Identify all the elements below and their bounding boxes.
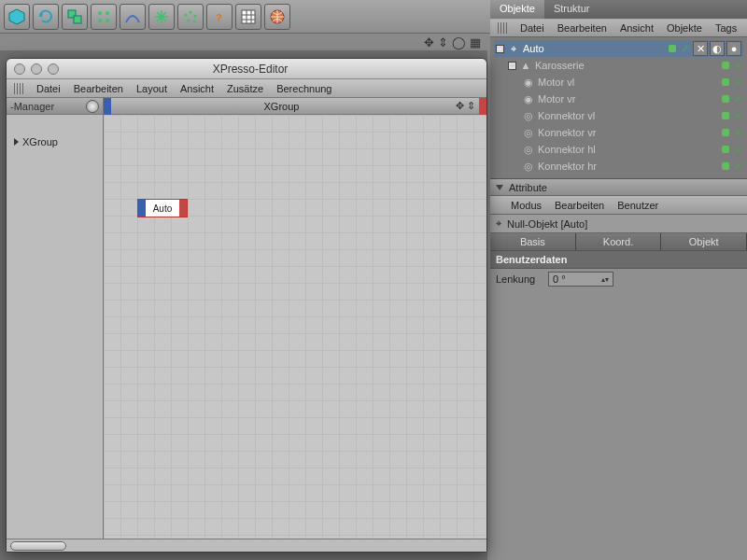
node-output-port[interactable] bbox=[179, 200, 187, 217]
vis-dot[interactable] bbox=[722, 129, 729, 136]
check-icon[interactable]: ✓ bbox=[734, 59, 743, 72]
close-icon[interactable] bbox=[14, 63, 25, 75]
vis-dot[interactable] bbox=[722, 146, 729, 153]
tree-root[interactable]: − ⌖ Auto ✓ ✕ ◐ ● bbox=[494, 40, 743, 57]
xmenu-zusaetze[interactable]: Zusätze bbox=[227, 83, 263, 94]
vis-dot[interactable] bbox=[722, 62, 729, 69]
tool-cubegroup-icon[interactable] bbox=[62, 4, 88, 30]
tree-label[interactable]: Konnektor vl bbox=[538, 110, 717, 121]
tree-label[interactable]: Konnektor hl bbox=[538, 144, 717, 155]
tool-particles-icon[interactable] bbox=[177, 4, 204, 30]
attr-menu-bearbeiten[interactable]: Bearbeiten bbox=[555, 200, 604, 211]
nav-move-icon[interactable]: ✥ bbox=[424, 35, 434, 49]
collapse-arrow-icon[interactable] bbox=[496, 185, 503, 190]
check-icon[interactable]: ✓ bbox=[681, 42, 690, 55]
menu-ansicht[interactable]: Ansicht bbox=[620, 22, 654, 34]
xpresso-scrollbar[interactable] bbox=[7, 539, 486, 552]
scrollbar-thumb[interactable] bbox=[10, 541, 66, 551]
tool-deformer-icon[interactable] bbox=[120, 4, 146, 30]
xcanvas-title: XGroup bbox=[111, 101, 452, 112]
tab-structure[interactable]: Struktur bbox=[544, 0, 599, 19]
tree-label[interactable]: Auto bbox=[523, 43, 664, 54]
xpresso-body: -Manager XGroup XGroup ✥ ⇕ bbox=[7, 98, 486, 539]
tab-objects[interactable]: Objekte bbox=[490, 0, 544, 19]
attr-tab-basis[interactable]: Basis bbox=[490, 233, 576, 250]
tool-spreadsheet-icon[interactable] bbox=[235, 4, 261, 30]
xmgr-knob-icon[interactable] bbox=[86, 100, 99, 113]
xmenu-layout[interactable]: Layout bbox=[136, 83, 167, 94]
vis-dot[interactable] bbox=[722, 78, 729, 86]
attr-tab-objekt[interactable]: Objekt bbox=[661, 233, 747, 250]
tool-array-icon[interactable] bbox=[91, 4, 117, 30]
vis-dot[interactable] bbox=[722, 112, 729, 119]
tool-cube-icon[interactable] bbox=[4, 4, 30, 30]
tag-xpresso-icon[interactable]: ✕ bbox=[693, 41, 708, 56]
tag-dyn-icon[interactable]: ● bbox=[726, 41, 741, 56]
expander-icon[interactable]: − bbox=[496, 45, 504, 53]
nav-down-icon[interactable]: ⇕ bbox=[438, 35, 448, 49]
xpresso-canvas[interactable]: Auto bbox=[104, 115, 486, 539]
tree-label[interactable]: Motor vr bbox=[538, 93, 717, 105]
menu-bearbeiten[interactable]: Bearbeiten bbox=[557, 22, 607, 34]
vis-dot[interactable] bbox=[722, 162, 729, 170]
null-icon: ⌖ bbox=[496, 217, 501, 230]
attr-value-field[interactable]: 0 ° ▴▾ bbox=[548, 272, 613, 287]
tree-label[interactable]: Motor vl bbox=[538, 77, 717, 88]
tree-row[interactable]: ◉Motor vr✓ bbox=[494, 91, 743, 107]
xcanvas-move-icon[interactable]: ✥ bbox=[456, 100, 464, 112]
minimize-icon[interactable] bbox=[31, 63, 42, 75]
tree-label[interactable]: Karosserie bbox=[535, 60, 717, 71]
objects-menu: Datei Bearbeiten Ansicht Objekte Tags bbox=[490, 19, 747, 37]
menu-objekte[interactable]: Objekte bbox=[667, 22, 702, 34]
vis-dot[interactable] bbox=[722, 95, 729, 103]
attr-menu-benutzer[interactable]: Benutzer bbox=[617, 200, 658, 211]
xpresso-window[interactable]: XPresso-Editor Datei Bearbeiten Layout A… bbox=[6, 58, 487, 553]
xmgr-item-label: XGroup bbox=[22, 136, 58, 147]
expand-tri-icon[interactable] bbox=[14, 138, 19, 146]
input-port-icon[interactable] bbox=[104, 98, 111, 115]
check-icon[interactable]: ✓ bbox=[734, 143, 743, 156]
xmenu-berechnung[interactable]: Berechnung bbox=[276, 83, 331, 94]
xnode-auto[interactable]: Auto bbox=[137, 199, 188, 217]
check-icon[interactable]: ✓ bbox=[734, 92, 743, 105]
attr-menu-modus[interactable]: Modus bbox=[511, 200, 542, 211]
menu-datei[interactable]: Datei bbox=[520, 22, 544, 34]
tool-web-icon[interactable] bbox=[264, 4, 290, 30]
tree-label[interactable]: Konnektor vr bbox=[538, 127, 717, 138]
check-icon[interactable]: ✓ bbox=[734, 109, 743, 122]
tree-row[interactable]: ◎Konnektor vl✓ bbox=[494, 107, 743, 124]
grip-icon[interactable] bbox=[14, 83, 23, 94]
tree-row[interactable]: ◎Konnektor hr✓ bbox=[494, 158, 743, 175]
xmenu-datei[interactable]: Datei bbox=[36, 83, 61, 94]
tool-expand-icon[interactable] bbox=[148, 4, 175, 30]
output-port-icon[interactable] bbox=[479, 98, 486, 115]
vis-dot[interactable] bbox=[669, 45, 676, 52]
check-icon[interactable]: ✓ bbox=[734, 160, 743, 173]
tree-row[interactable]: ◎Konnektor hl✓ bbox=[494, 141, 743, 158]
zoom-icon[interactable] bbox=[48, 63, 59, 75]
expander-icon[interactable]: + bbox=[508, 62, 516, 70]
nav-settings-icon[interactable]: ▦ bbox=[470, 35, 481, 49]
attr-tab-koord[interactable]: Koord. bbox=[576, 233, 662, 250]
xpresso-titlebar[interactable]: XPresso-Editor bbox=[7, 59, 486, 79]
tool-help-icon[interactable]: ? bbox=[206, 4, 233, 30]
xmenu-bearbeiten[interactable]: Bearbeiten bbox=[74, 83, 123, 94]
stepper-icon[interactable]: ▴▾ bbox=[601, 275, 609, 284]
attribute-header[interactable]: Attribute bbox=[490, 179, 747, 196]
grip-icon[interactable] bbox=[498, 22, 507, 34]
xmenu-ansicht[interactable]: Ansicht bbox=[180, 83, 214, 94]
nav-orbit-icon[interactable]: ◯ bbox=[452, 35, 466, 49]
xmgr-item[interactable]: XGroup bbox=[12, 133, 97, 150]
xcanvas-min-icon[interactable]: ⇕ bbox=[467, 100, 475, 112]
tag-tex-icon[interactable]: ◐ bbox=[710, 41, 725, 56]
xcanvas-icons: ✥ ⇕ bbox=[452, 100, 479, 112]
tool-undo-icon[interactable] bbox=[33, 4, 59, 30]
check-icon[interactable]: ✓ bbox=[734, 76, 743, 89]
check-icon[interactable]: ✓ bbox=[734, 126, 743, 139]
node-input-port[interactable] bbox=[138, 200, 146, 217]
tree-label[interactable]: Konnektor hr bbox=[538, 161, 717, 172]
tree-row[interactable]: +▲Karosserie✓ bbox=[494, 57, 743, 74]
menu-tags[interactable]: Tags bbox=[715, 22, 737, 34]
tree-row[interactable]: ◉Motor vl✓ bbox=[494, 74, 743, 91]
tree-row[interactable]: ◎Konnektor vr✓ bbox=[494, 124, 743, 141]
